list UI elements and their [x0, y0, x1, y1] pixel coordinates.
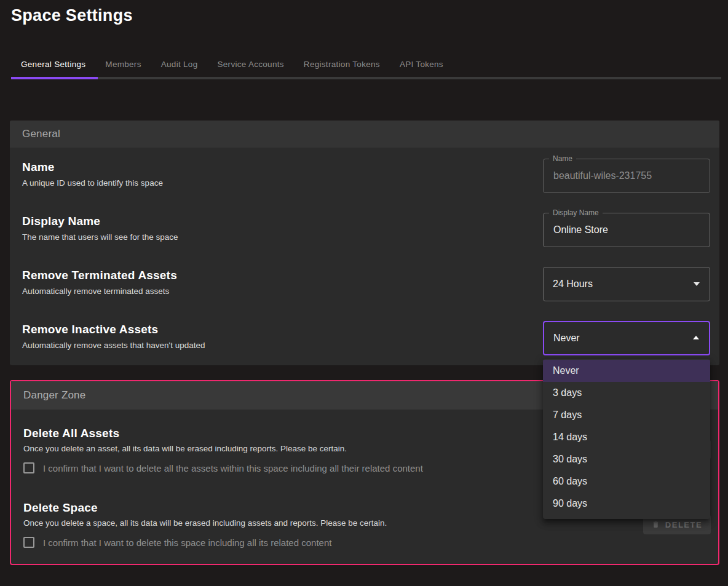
- general-card: General Name A unique ID used to identif…: [10, 121, 719, 365]
- dropdown-option-7-days[interactable]: 7 days: [543, 404, 710, 426]
- chevron-down-icon: [694, 282, 700, 286]
- name-row-title: Name: [22, 160, 163, 174]
- chevron-up-icon: [693, 336, 699, 339]
- remove-terminated-title: Remove Terminated Assets: [22, 269, 177, 282]
- delete-space-checkbox-label: I confirm that I want to delete this spa…: [43, 537, 331, 548]
- danger-zone-title: Danger Zone: [23, 389, 85, 402]
- tab-underline-track: [11, 77, 721, 79]
- name-row: Name A unique ID used to identify this s…: [22, 159, 710, 193]
- display-name-row: Display Name The name that users will se…: [22, 213, 710, 247]
- delete-space-checkbox[interactable]: [23, 537, 34, 548]
- display-name-row-title: Display Name: [22, 215, 178, 228]
- remove-terminated-row: Remove Terminated Assets Automatically r…: [22, 267, 710, 301]
- dropdown-option-60-days[interactable]: 60 days: [543, 470, 710, 493]
- general-card-header: General: [10, 121, 719, 148]
- name-input[interactable]: Name beautiful-wiles-231755: [543, 159, 710, 193]
- name-input-value: beautiful-wiles-231755: [553, 159, 703, 192]
- remove-inactive-description: Automatically remove assets that haven't…: [22, 341, 205, 350]
- general-card-title: General: [22, 128, 60, 140]
- dropdown-option-30-days[interactable]: 30 days: [543, 448, 710, 470]
- tab-audit-log[interactable]: Audit Log: [151, 58, 208, 71]
- trash-icon: [652, 520, 660, 529]
- active-tab-indicator: [11, 77, 98, 79]
- tab-bar: General Settings Members Audit Log Servi…: [11, 58, 453, 71]
- tab-general-settings[interactable]: General Settings: [11, 58, 95, 71]
- dropdown-option-3-days[interactable]: 3 days: [543, 382, 710, 404]
- remove-terminated-select[interactable]: 24 Hours: [543, 267, 710, 301]
- delete-space-description: Once you delete a space, all its data wi…: [23, 518, 706, 528]
- remove-terminated-select-value: 24 Hours: [553, 267, 703, 301]
- delete-all-assets-checkbox-label: I confirm that I want to delete all the …: [43, 463, 423, 473]
- display-name-input-value: Online Store: [553, 213, 703, 247]
- general-card-body: Name A unique ID used to identify this s…: [10, 148, 719, 365]
- remove-inactive-row: Remove Inactive Assets Automatically rem…: [22, 321, 710, 355]
- display-name-input[interactable]: Display Name Online Store: [543, 213, 710, 247]
- tab-members[interactable]: Members: [95, 58, 151, 71]
- delete-space-button-label: DELETE: [665, 520, 702, 529]
- remove-terminated-description: Automatically remove terminated assets: [22, 287, 177, 296]
- inactive-assets-dropdown-menu: Never 3 days 7 days 14 days 30 days 60 d…: [543, 359, 710, 519]
- name-row-description: A unique ID used to identify this space: [22, 178, 163, 188]
- tab-api-tokens[interactable]: API Tokens: [390, 58, 453, 71]
- page-title: Space Settings: [11, 6, 133, 25]
- remove-inactive-select-value: Never: [553, 322, 703, 354]
- dropdown-option-14-days[interactable]: 14 days: [543, 426, 710, 448]
- remove-inactive-title: Remove Inactive Assets: [22, 323, 205, 336]
- delete-all-assets-checkbox[interactable]: [23, 462, 34, 473]
- display-name-row-description: The name that users will see for the spa…: [22, 232, 178, 242]
- dropdown-option-90-days[interactable]: 90 days: [543, 493, 710, 515]
- tab-service-accounts[interactable]: Service Accounts: [207, 58, 293, 71]
- dropdown-option-never[interactable]: Never: [543, 360, 710, 382]
- remove-inactive-select[interactable]: Never: [543, 321, 710, 355]
- tab-registration-tokens[interactable]: Registration Tokens: [294, 58, 390, 71]
